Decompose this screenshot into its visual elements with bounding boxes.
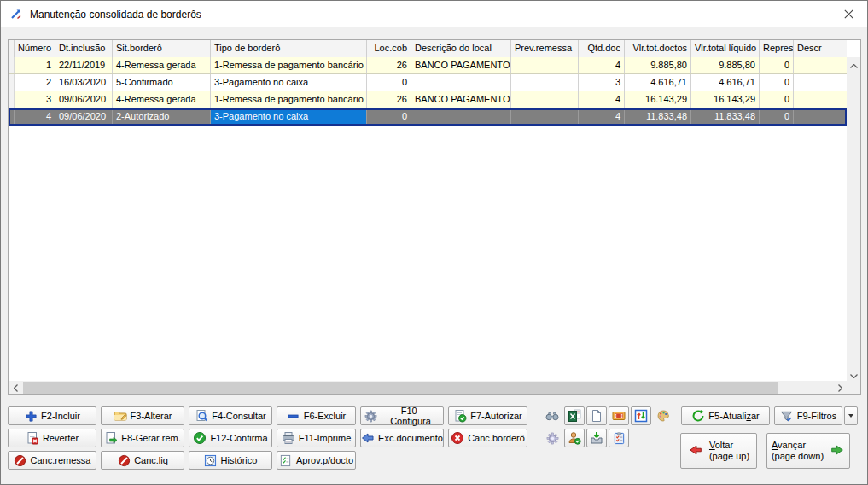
- cell-r3-sit-border[interactable]: 4-Remessa gerada: [113, 91, 211, 108]
- cell-r4-qtd-doc[interactable]: 4: [579, 108, 625, 125]
- cell-r2-vlr-tot-doctos[interactable]: 4.616,71: [625, 74, 691, 91]
- aprov-p-docto-button[interactable]: Aprov.p/docto: [277, 451, 356, 470]
- f9-filtros-button[interactable]: F9-Filtros: [774, 406, 842, 425]
- cell-r3-vlr-tot-doctos[interactable]: 16.143,29: [625, 91, 691, 108]
- new-doc-button[interactable]: [586, 406, 607, 425]
- scrollbar-thumb[interactable]: [23, 382, 778, 394]
- close-button[interactable]: [840, 7, 857, 24]
- exc-documento-button[interactable]: Exc.documento: [360, 429, 444, 447]
- cell-r2-loc-cob[interactable]: 0: [367, 74, 411, 91]
- palette-button[interactable]: [653, 406, 673, 425]
- scroll-up-button[interactable]: [847, 57, 860, 71]
- cell-r3-loc-cob[interactable]: 26: [367, 91, 411, 108]
- canc-liq-button[interactable]: Canc.liq: [101, 451, 184, 470]
- cell-r4-dt-inclus-o[interactable]: 09/06/2020: [55, 108, 113, 125]
- cell-r2-prev-remessa[interactable]: [511, 74, 579, 91]
- cell-r1-tipo-de-border[interactable]: 1-Remessa de pagamento bancário: [211, 57, 367, 73]
- cell-r1-dt-inclus-o[interactable]: 22/11/2019: [55, 57, 113, 73]
- column-header-n-mero[interactable]: Número: [15, 40, 55, 57]
- checklist-button[interactable]: [609, 429, 629, 447]
- excel-button[interactable]: [564, 406, 585, 425]
- column-header-dt-inclus-o[interactable]: Dt.inclusão: [55, 40, 113, 57]
- cell-r3-vlr-total-l-quido[interactable]: 16.143,29: [691, 91, 760, 108]
- user-check-button[interactable]: [564, 429, 585, 447]
- scroll-right-button[interactable]: [833, 381, 847, 394]
- media-button[interactable]: [609, 406, 629, 425]
- f10-configura-button[interactable]: F10-Configura: [360, 406, 444, 425]
- f12-confirma-button[interactable]: F12-Confirma: [189, 429, 272, 447]
- f6-excluir-button[interactable]: F6-Excluir: [277, 406, 356, 425]
- column-header-vlr-tot-doctos[interactable]: Vlr.tot.doctos: [625, 40, 691, 57]
- column-header-tipo-de-border[interactable]: Tipo de borderô: [211, 40, 367, 57]
- cell-r1-repres[interactable]: 0: [760, 57, 794, 73]
- cell-r2-descri-o-do-local[interactable]: [411, 74, 511, 91]
- scroll-left-button[interactable]: [9, 381, 22, 394]
- cell-r2-qtd-doc[interactable]: 3: [579, 74, 625, 91]
- f4-consultar-button[interactable]: F4-Consultar: [189, 406, 272, 425]
- table-row-3[interactable]: 309/06/20204-Remessa gerada1-Remessa de …: [9, 91, 847, 108]
- gear-flat-button[interactable]: [542, 429, 562, 447]
- hist-rico-button[interactable]: Histórico: [189, 451, 272, 470]
- cell-r3-n-mero[interactable]: 3: [15, 91, 55, 108]
- cell-r4-descri-o-do-local[interactable]: [411, 108, 511, 125]
- cell-r2-tipo-de-border[interactable]: 3-Pagamento no caixa: [211, 74, 367, 91]
- avancar-page-down-button[interactable]: Avançar(page down): [766, 433, 850, 469]
- cell-r1-loc-cob[interactable]: 26: [367, 57, 411, 73]
- table-row-2[interactable]: 216/03/20205-Confirmado3-Pagamento no ca…: [9, 74, 847, 91]
- cell-r4-n-mero[interactable]: 4: [15, 108, 55, 125]
- import-button[interactable]: [586, 429, 607, 447]
- cell-r3-descri-o-do-local[interactable]: BANCO PAGAMENTOS: [411, 91, 511, 108]
- table-row-4[interactable]: 409/06/20202-Autorizado3-Pagamento no ca…: [9, 108, 847, 126]
- f2-incluir-button[interactable]: F2-Incluir: [8, 406, 96, 425]
- sort-button[interactable]: [631, 406, 651, 425]
- cell-r1-vlr-tot-doctos[interactable]: 9.885,80: [625, 57, 691, 73]
- cell-r4-descr[interactable]: [794, 108, 847, 125]
- cell-r2-vlr-total-l-quido[interactable]: 4.616,71: [691, 74, 760, 91]
- cell-r1-vlr-total-l-quido[interactable]: 9.885,80: [691, 57, 760, 73]
- cell-r1-sit-border[interactable]: 4-Remessa gerada: [113, 57, 211, 73]
- cell-r3-qtd-doc[interactable]: 4: [579, 91, 625, 108]
- cell-r1-qtd-doc[interactable]: 4: [579, 57, 625, 73]
- cell-r3-repres[interactable]: 0: [760, 91, 794, 108]
- cell-r4-sit-border[interactable]: 2-Autorizado: [113, 108, 211, 125]
- canc-border-button[interactable]: Canc.borderô: [448, 429, 527, 447]
- f5-atualizar-button[interactable]: F5-Atualizar: [681, 406, 770, 425]
- column-header-descri-o-do-local[interactable]: Descrição do local: [411, 40, 511, 57]
- horizontal-scrollbar[interactable]: [9, 381, 847, 394]
- cell-r3-tipo-de-border[interactable]: 1-Remessa de pagamento bancário: [211, 91, 367, 108]
- binoculars-button[interactable]: [542, 406, 562, 425]
- column-header-vlr-total-l-quido[interactable]: Vlr.total líquido: [691, 40, 760, 57]
- cell-r4-repres[interactable]: 0: [760, 108, 794, 125]
- canc-remessa-button[interactable]: Canc.remessa: [8, 451, 96, 470]
- cell-r2-n-mero[interactable]: 2: [15, 74, 55, 91]
- cell-r4-tipo-de-border[interactable]: 3-Pagamento no caixa: [211, 108, 367, 125]
- cell-r1-prev-remessa[interactable]: [511, 57, 579, 73]
- cell-r2-descr[interactable]: [794, 74, 847, 91]
- cell-r3-dt-inclus-o[interactable]: 09/06/2020: [55, 91, 113, 108]
- f8-gerar-rem-button[interactable]: F8-Gerar rem.: [101, 429, 184, 447]
- table-row-1[interactable]: 122/11/20194-Remessa gerada1-Remessa de …: [9, 57, 847, 74]
- cell-r3-descr[interactable]: [794, 91, 847, 108]
- cell-r3-prev-remessa[interactable]: [511, 91, 579, 108]
- column-header-qtd-doc[interactable]: Qtd.doc: [579, 40, 625, 57]
- column-header-prev-remessa[interactable]: Prev.remessa: [511, 40, 579, 57]
- scroll-down-button[interactable]: [847, 367, 860, 381]
- cell-r2-dt-inclus-o[interactable]: 16/03/2020: [55, 74, 113, 91]
- column-header-loc-cob[interactable]: Loc.cob: [367, 40, 411, 57]
- filter-dropdown-button[interactable]: [844, 406, 858, 425]
- cell-r1-descr[interactable]: [794, 57, 847, 73]
- cell-r1-n-mero[interactable]: 1: [15, 57, 55, 73]
- cell-r4-loc-cob[interactable]: 0: [367, 108, 411, 125]
- f11-imprime-button[interactable]: F11-Imprime: [277, 429, 356, 447]
- cell-r2-repres[interactable]: 0: [760, 74, 794, 91]
- voltar-page-up-button[interactable]: Voltar(page up): [680, 433, 757, 469]
- f3-alterar-button[interactable]: F3-Alterar: [101, 406, 184, 425]
- vertical-scrollbar[interactable]: [847, 57, 860, 381]
- cell-r4-vlr-total-l-quido[interactable]: 11.833,48: [691, 108, 760, 125]
- cell-r4-prev-remessa[interactable]: [511, 108, 579, 125]
- f7-autorizar-button[interactable]: F7-Autorizar: [448, 406, 527, 425]
- column-header-repres[interactable]: Repres: [760, 40, 794, 57]
- column-header-sit-border[interactable]: Sit.borderô: [113, 40, 211, 57]
- column-header-descr[interactable]: Descr: [794, 40, 847, 57]
- cell-r2-sit-border[interactable]: 5-Confirmado: [113, 74, 211, 91]
